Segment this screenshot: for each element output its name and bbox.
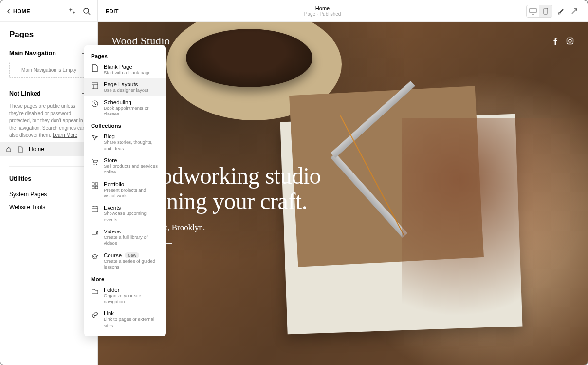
flyout-item-subtitle: Start with a blank page <box>104 70 151 76</box>
calendar-icon <box>91 205 99 213</box>
flyout-group-header: More <box>84 273 166 284</box>
flyout-item-title: Blog <box>104 134 159 139</box>
learn-more-link[interactable]: Learn More <box>53 133 77 138</box>
social-links <box>551 37 574 45</box>
flyout-item-folder[interactable]: FolderOrganize your site navigation <box>84 284 166 308</box>
brush-icon <box>557 7 565 15</box>
main-nav-heading: Main Navigation <box>9 50 56 57</box>
chevron-left-icon <box>6 9 11 14</box>
link-icon <box>91 311 99 319</box>
flyout-item-page-layouts[interactable]: Page LayoutsUse a designer layout <box>84 78 166 96</box>
add-page-flyout: PagesBlank PageStart with a blank pagePa… <box>84 45 166 336</box>
topbar-center: Home Page · Published <box>304 5 341 17</box>
flyout-group-header: Pages <box>84 50 166 61</box>
layout-icon <box>91 82 99 90</box>
expand-button[interactable] <box>569 6 580 17</box>
course-icon <box>91 253 99 261</box>
system-pages-link[interactable]: System Pages <box>9 188 89 201</box>
svg-rect-5 <box>92 183 94 185</box>
flyout-item-title: Page Layouts <box>104 81 148 87</box>
back-button[interactable]: HOME <box>6 8 30 14</box>
desktop-view-button[interactable] <box>527 5 539 17</box>
mobile-view-button[interactable] <box>539 5 552 17</box>
sparkle-icon <box>68 7 76 15</box>
flyout-item-subtitle: Use a designer layout <box>104 87 148 93</box>
mobile-icon <box>543 8 548 15</box>
svg-point-0 <box>84 8 89 13</box>
topbar: EDIT Home Page · Published <box>98 0 588 22</box>
flyout-item-blog[interactable]: BlogShare stories, thoughts, and ideas <box>84 131 166 154</box>
svg-rect-9 <box>92 207 98 212</box>
not-linked-heading: Not Linked <box>9 90 41 97</box>
flyout-item-title: Scheduling <box>104 99 159 105</box>
flyout-item-title: Videos <box>104 229 159 234</box>
facebook-icon[interactable] <box>551 37 559 45</box>
search-icon <box>83 7 91 15</box>
divider <box>9 166 89 167</box>
expand-icon <box>571 8 578 15</box>
page-icon <box>17 146 24 153</box>
flyout-item-subtitle: Sell products and services online <box>104 163 159 175</box>
flyout-item-events[interactable]: EventsShowcase upcoming events <box>84 202 166 226</box>
sidebar: HOME Pages Main Navigation Main Navigati… <box>0 0 98 365</box>
clock-icon <box>91 100 99 108</box>
device-switch <box>526 5 552 18</box>
blank-page-icon <box>91 64 99 72</box>
flyout-item-subtitle: Showcase upcoming events <box>104 211 159 223</box>
flyout-item-title: Store <box>104 157 159 163</box>
svg-rect-8 <box>95 186 98 189</box>
flyout-item-subtitle: Create a full library of videos <box>104 234 159 247</box>
search-button[interactable] <box>82 6 92 16</box>
flyout-item-subtitle: Create a series of guided lessons <box>104 258 159 270</box>
ai-sparkle-button[interactable] <box>67 6 77 16</box>
flyout-item-portfolio[interactable]: PortfolioPresent projects and visual wor… <box>84 178 166 202</box>
flyout-item-subtitle: Present projects and visual work <box>104 187 159 199</box>
blog-icon <box>91 134 99 142</box>
svg-rect-12 <box>544 8 548 14</box>
new-badge: New <box>125 252 139 258</box>
flyout-item-videos[interactable]: VideosCreate a full library of videos <box>84 226 166 250</box>
flyout-item-title: Portfolio <box>104 181 159 187</box>
styles-button[interactable] <box>555 6 566 17</box>
sidebar-top: HOME <box>0 0 97 22</box>
not-linked-description: These pages are public unless they're di… <box>9 102 89 139</box>
svg-point-4 <box>96 164 97 165</box>
website-tools-link[interactable]: Website Tools <box>9 201 89 213</box>
utilities-heading: Utilities <box>9 175 89 182</box>
desktop-icon <box>529 8 537 15</box>
flyout-item-link[interactable]: LinkLink to pages or external sites <box>84 307 166 331</box>
flyout-item-title: Folder <box>104 287 159 293</box>
back-label: HOME <box>13 8 30 14</box>
flyout-item-course[interactable]: CourseNewCreate a series of guided lesso… <box>84 250 166 273</box>
svg-rect-1 <box>92 83 98 89</box>
edit-button[interactable]: EDIT <box>106 8 119 14</box>
page-row-home[interactable]: Home <box>0 142 97 156</box>
instagram-icon[interactable] <box>566 37 574 45</box>
main-nav-empty: Main Navigation is Empty <box>9 62 89 78</box>
home-icon <box>5 146 12 153</box>
flyout-item-scheduling[interactable]: SchedulingBook appointments or classes <box>84 96 166 120</box>
sidebar-title: Pages <box>9 30 89 39</box>
svg-point-3 <box>94 164 95 165</box>
flyout-item-title: CourseNew <box>104 252 159 258</box>
video-icon <box>91 229 99 237</box>
flyout-item-title: Link <box>104 310 159 316</box>
flyout-item-blank-page[interactable]: Blank PageStart with a blank page <box>84 61 166 78</box>
cart-icon <box>91 158 99 166</box>
svg-rect-11 <box>530 8 536 13</box>
site-preview[interactable]: Wood Studio A woodworking studio for hon… <box>98 22 588 365</box>
flyout-item-subtitle: Share stories, thoughts, and ideas <box>104 139 159 152</box>
flyout-item-subtitle: Link to pages or external sites <box>104 316 159 328</box>
flyout-item-title: Blank Page <box>104 64 151 70</box>
main: EDIT Home Page · Published <box>98 0 588 365</box>
svg-rect-7 <box>92 186 94 189</box>
page-label: Home <box>29 146 44 153</box>
flyout-item-subtitle: Book appointments or classes <box>104 105 159 117</box>
grid-icon <box>91 182 99 190</box>
flyout-item-title: Events <box>104 205 159 211</box>
flyout-item-store[interactable]: StoreSell products and services online <box>84 154 166 178</box>
flyout-group-header: Collections <box>84 120 166 131</box>
svg-point-15 <box>571 38 572 39</box>
svg-point-14 <box>569 39 571 42</box>
folder-icon <box>91 288 99 295</box>
